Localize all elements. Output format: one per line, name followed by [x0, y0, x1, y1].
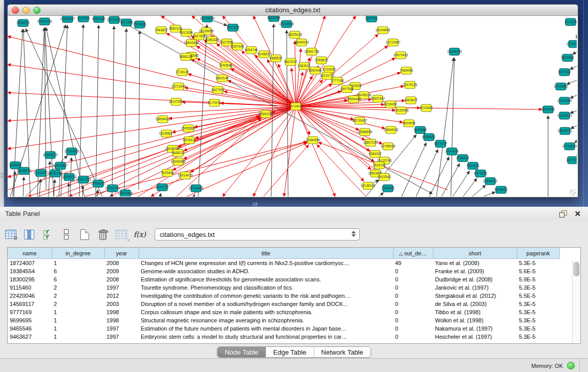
table-cell[interactable]: 5.3E-5 [517, 300, 559, 308]
table-vertical-scrollbar[interactable] [572, 260, 580, 343]
table-cell[interactable]: Embryonic stem cells: a model to study s… [139, 333, 393, 341]
citation-edge-black[interactable] [124, 29, 126, 196]
table-cell[interactable]: 5.3E-5 [517, 259, 559, 268]
graph-node[interactable]: 19166827 [159, 130, 174, 137]
citation-edge-red[interactable] [295, 41, 296, 106]
graph-node[interactable]: 9170041 [208, 99, 221, 106]
graph-node[interactable]: 9115460 [420, 104, 433, 112]
graph-node[interactable]: 19384554 [306, 137, 320, 144]
citation-edge-red[interactable] [191, 59, 296, 106]
table-cell[interactable]: Wolkin et al. (1998) [433, 316, 517, 324]
graph-node[interactable]: 9463627 [404, 97, 418, 104]
graph-node[interactable]: 2687411 [365, 16, 378, 22]
graph-node[interactable]: 8186328 [205, 36, 219, 43]
graph-node[interactable]: 17359928 [64, 148, 79, 155]
close-window-button[interactable] [12, 7, 19, 14]
citation-edge-black[interactable] [570, 111, 577, 113]
graph-node[interactable]: 8454749 [245, 47, 258, 54]
citation-edge-black[interactable] [194, 194, 194, 196]
unselect-all-button[interactable] [58, 227, 74, 242]
graph-node[interactable]: 8938923 [422, 134, 435, 141]
table-row[interactable]: 2242004622012Investigating the contribut… [8, 292, 559, 300]
graph-node[interactable]: 12093582 [554, 83, 569, 90]
graph-node[interactable]: 16033809 [200, 16, 215, 22]
table-row[interactable]: 946554611997Estimation of the future num… [8, 324, 559, 333]
table-cell[interactable]: 18724007 [8, 259, 52, 268]
graph-node[interactable]: 16154808 [376, 27, 390, 34]
memory-ok-indicator-icon[interactable] [567, 362, 575, 369]
table-settings-button[interactable]: ⚙ [3, 227, 18, 242]
network-window[interactable]: citations_edges.txt 94355722069140610653… [7, 4, 578, 198]
citation-edge-black[interactable] [379, 192, 383, 196]
graph-node[interactable]: 9435572 [16, 19, 30, 27]
citation-edge-black[interactable] [576, 37, 577, 38]
citation-edge-black[interactable] [416, 149, 438, 196]
minimize-window-button[interactable] [23, 7, 30, 14]
citation-edge-black[interactable] [573, 52, 577, 54]
citation-edge-black[interactable] [198, 25, 207, 196]
graph-node[interactable]: 20564486 [346, 96, 361, 103]
table-cell[interactable]: 5.3E-5 [517, 324, 559, 333]
citation-edge-black[interactable] [45, 28, 46, 190]
column-header-pagerank[interactable]: pagerank [517, 248, 559, 259]
table-select-dropdown[interactable]: citations_edges.txt [155, 228, 360, 240]
delete-column-button[interactable] [95, 227, 111, 242]
graph-node[interactable]: 7932621 [466, 162, 480, 169]
graph-node[interactable]: 16961758 [304, 48, 319, 55]
graph-node[interactable]: 18640910 [294, 39, 309, 46]
graph-node[interactable]: 17016504 [562, 143, 577, 150]
graph-node[interactable]: 19756928 [381, 143, 396, 150]
graph-node[interactable]: 9245652 [494, 186, 508, 193]
graph-node[interactable]: 10653287 [60, 16, 75, 23]
graph-node[interactable]: 9427508 [192, 33, 206, 40]
table-cell[interactable]: 0 [393, 333, 433, 341]
column-header-short[interactable]: short [433, 248, 517, 259]
graph-node[interactable]: 20206575 [43, 151, 58, 159]
graph-node[interactable]: 12444184 [557, 97, 572, 104]
table-cell[interactable]: 2 [52, 283, 104, 292]
citation-edge-black[interactable] [61, 25, 68, 196]
graph-node[interactable]: 14099488 [171, 158, 186, 165]
graph-node[interactable]: 9084007 [368, 150, 382, 158]
citation-edge-black[interactable] [567, 80, 577, 84]
close-panel-icon[interactable]: ✕ [574, 210, 581, 217]
citation-edge-black[interactable] [451, 58, 454, 196]
citation-edge-black[interactable] [111, 194, 112, 196]
table-cell[interactable]: Stergiakouli et al. (2012) [433, 292, 517, 300]
citation-edge-red[interactable] [264, 145, 309, 196]
table-cell[interactable]: Jankovic et al. (1997) [433, 283, 517, 292]
table-cell[interactable]: Estimation of the future numbers of pati… [139, 324, 393, 333]
graph-node[interactable]: 12923468 [118, 190, 133, 196]
graph-node[interactable]: 14807487 [371, 95, 385, 102]
table-cell[interactable]: 1997 [104, 324, 139, 333]
graph-node[interactable]: 9896128 [179, 53, 192, 60]
graph-node[interactable]: 4671358 [120, 19, 133, 26]
graph-node[interactable]: 6878312 [183, 137, 196, 144]
table-row[interactable]: 1830029562008Estimation of significance … [8, 275, 559, 283]
table-row[interactable]: 977716911998Corpus callosum shape and si… [8, 308, 559, 316]
graph-node[interactable]: 16210643 [557, 112, 572, 119]
table-cell[interactable]: 1 [52, 259, 104, 268]
table-cell[interactable]: 0 [393, 308, 433, 316]
graph-node[interactable]: 11451194 [48, 170, 62, 177]
table-cell[interactable]: 0 [393, 300, 433, 308]
graph-node[interactable]: 10688609 [358, 128, 373, 136]
citation-edge-black[interactable] [575, 141, 577, 143]
table-cell[interactable]: Changes of HCN gene expression and I(f) … [139, 259, 393, 268]
citation-edge-black[interactable] [442, 164, 460, 196]
citation-edge-red[interactable] [125, 142, 307, 196]
graph-node[interactable]: 10975887 [53, 162, 68, 169]
select-all-button[interactable]: ✔ ✔ [40, 227, 55, 242]
citation-edge-black[interactable] [128, 25, 432, 194]
citation-edge-red[interactable] [284, 106, 296, 196]
graph-node[interactable]: 8813054 [267, 16, 280, 21]
graph-node[interactable]: 10973493 [394, 52, 408, 59]
citation-edge-black[interactable] [139, 31, 140, 190]
table-cell[interactable]: 6 [52, 267, 104, 275]
graph-node[interactable]: 19218506 [279, 20, 294, 28]
table-cell[interactable]: 2 [52, 300, 104, 308]
graph-node[interactable]: 1753426 [381, 185, 395, 192]
scrollbar-thumb[interactable] [574, 262, 579, 276]
citation-edge-black[interactable] [271, 24, 274, 196]
graph-node[interactable]: 7463822 [155, 27, 168, 34]
